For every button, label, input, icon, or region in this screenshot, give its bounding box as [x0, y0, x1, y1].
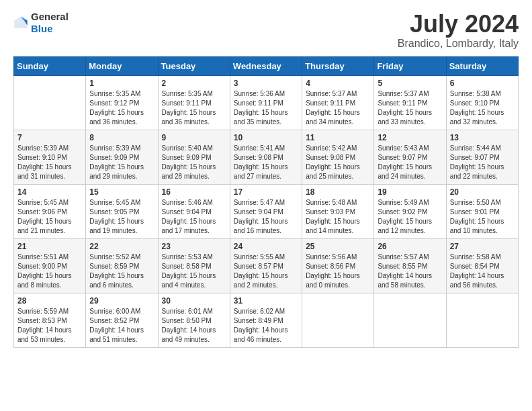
calendar-cell: 17Sunrise: 5:47 AMSunset: 9:04 PMDayligh…	[230, 184, 302, 238]
day-info: Sunrise: 5:37 AMSunset: 9:11 PMDaylight:…	[378, 89, 442, 127]
day-info: Sunrise: 5:42 AMSunset: 9:08 PMDaylight:…	[306, 144, 370, 181]
day-number: 17	[234, 187, 298, 197]
weekday-header: Friday	[374, 56, 446, 75]
day-number: 5	[378, 79, 442, 88]
day-number: 15	[89, 187, 154, 197]
calendar-week-row: 14Sunrise: 5:45 AMSunset: 9:06 PMDayligh…	[14, 184, 519, 238]
day-number: 26	[378, 242, 442, 251]
calendar-cell: 9Sunrise: 5:40 AMSunset: 9:09 PMDaylight…	[158, 130, 230, 184]
calendar-cell: 19Sunrise: 5:49 AMSunset: 9:02 PMDayligh…	[374, 184, 446, 238]
weekday-header: Monday	[86, 56, 158, 75]
calendar-body: 1Sunrise: 5:35 AMSunset: 9:12 PMDaylight…	[14, 75, 519, 347]
weekday-header: Thursday	[302, 56, 374, 75]
day-number: 18	[306, 187, 370, 197]
day-number: 25	[306, 242, 370, 251]
title-block: July 2024 Brandico, Lombardy, Italy	[398, 11, 519, 50]
day-info: Sunrise: 5:44 AMSunset: 9:07 PMDaylight:…	[450, 144, 515, 181]
day-number: 28	[17, 296, 82, 306]
day-info: Sunrise: 5:35 AMSunset: 9:12 PMDaylight:…	[89, 89, 154, 127]
logo-icon	[13, 15, 28, 30]
calendar-cell: 11Sunrise: 5:42 AMSunset: 9:08 PMDayligh…	[302, 130, 374, 184]
day-info: Sunrise: 5:46 AMSunset: 9:04 PMDaylight:…	[162, 198, 226, 236]
day-info: Sunrise: 5:45 AMSunset: 9:06 PMDaylight:…	[17, 198, 82, 236]
day-number: 3	[234, 79, 298, 88]
calendar-cell: 15Sunrise: 5:45 AMSunset: 9:05 PMDayligh…	[86, 184, 158, 238]
day-info: Sunrise: 5:55 AMSunset: 8:57 PMDaylight:…	[234, 253, 298, 290]
calendar-cell: 18Sunrise: 5:48 AMSunset: 9:03 PMDayligh…	[302, 184, 374, 238]
day-info: Sunrise: 5:48 AMSunset: 9:03 PMDaylight:…	[306, 198, 370, 236]
day-number: 31	[234, 296, 298, 306]
day-info: Sunrise: 5:47 AMSunset: 9:04 PMDaylight:…	[234, 198, 298, 236]
day-info: Sunrise: 5:57 AMSunset: 8:55 PMDaylight:…	[378, 253, 442, 290]
weekday-row: SundayMondayTuesdayWednesdayThursdayFrid…	[14, 56, 519, 75]
day-number: 27	[450, 242, 515, 251]
calendar-cell: 26Sunrise: 5:57 AMSunset: 8:55 PMDayligh…	[374, 238, 446, 293]
calendar-cell: 21Sunrise: 5:51 AMSunset: 9:00 PMDayligh…	[14, 238, 86, 293]
calendar-cell: 4Sunrise: 5:37 AMSunset: 9:11 PMDaylight…	[302, 75, 374, 130]
day-info: Sunrise: 6:01 AMSunset: 8:50 PMDaylight:…	[162, 307, 226, 345]
day-info: Sunrise: 5:56 AMSunset: 8:56 PMDaylight:…	[306, 253, 370, 290]
day-number: 16	[162, 187, 226, 197]
day-number: 11	[306, 133, 370, 142]
location-title: Brandico, Lombardy, Italy	[398, 38, 519, 50]
calendar-week-row: 21Sunrise: 5:51 AMSunset: 9:00 PMDayligh…	[14, 238, 519, 293]
weekday-header: Tuesday	[158, 56, 230, 75]
day-info: Sunrise: 5:51 AMSunset: 9:00 PMDaylight:…	[17, 253, 82, 290]
logo-text: General Blue	[31, 11, 69, 35]
day-number: 10	[234, 133, 298, 142]
calendar-cell: 30Sunrise: 6:01 AMSunset: 8:50 PMDayligh…	[158, 293, 230, 347]
day-number: 14	[17, 187, 82, 197]
calendar-cell: 6Sunrise: 5:38 AMSunset: 9:10 PMDaylight…	[446, 75, 518, 130]
day-info: Sunrise: 5:35 AMSunset: 9:11 PMDaylight:…	[162, 89, 226, 127]
day-number: 4	[306, 79, 370, 88]
calendar-cell: 29Sunrise: 6:00 AMSunset: 8:52 PMDayligh…	[86, 293, 158, 347]
day-info: Sunrise: 5:45 AMSunset: 9:05 PMDaylight:…	[89, 198, 154, 236]
calendar-cell: 14Sunrise: 5:45 AMSunset: 9:06 PMDayligh…	[14, 184, 86, 238]
day-number: 8	[89, 133, 154, 142]
day-number: 2	[162, 79, 226, 88]
calendar-cell: 5Sunrise: 5:37 AMSunset: 9:11 PMDaylight…	[374, 75, 446, 130]
calendar-cell: 25Sunrise: 5:56 AMSunset: 8:56 PMDayligh…	[302, 238, 374, 293]
calendar-cell	[446, 293, 518, 347]
day-info: Sunrise: 5:58 AMSunset: 8:54 PMDaylight:…	[450, 253, 515, 290]
calendar-cell: 23Sunrise: 5:53 AMSunset: 8:58 PMDayligh…	[158, 238, 230, 293]
calendar-cell: 12Sunrise: 5:43 AMSunset: 9:07 PMDayligh…	[374, 130, 446, 184]
day-info: Sunrise: 5:52 AMSunset: 8:59 PMDaylight:…	[89, 253, 154, 290]
logo: General Blue	[13, 11, 69, 35]
calendar-cell: 8Sunrise: 5:39 AMSunset: 9:09 PMDaylight…	[86, 130, 158, 184]
day-number: 22	[89, 242, 154, 251]
day-number: 29	[89, 296, 154, 306]
day-number: 21	[17, 242, 82, 251]
day-info: Sunrise: 6:00 AMSunset: 8:52 PMDaylight:…	[89, 307, 154, 345]
day-number: 13	[450, 133, 515, 142]
header: General Blue July 2024 Brandico, Lombard…	[13, 11, 519, 50]
day-number: 24	[234, 242, 298, 251]
calendar-cell	[14, 75, 86, 130]
day-info: Sunrise: 5:37 AMSunset: 9:11 PMDaylight:…	[306, 89, 370, 127]
calendar-header: SundayMondayTuesdayWednesdayThursdayFrid…	[14, 56, 519, 75]
page: General Blue July 2024 Brandico, Lombard…	[0, 0, 532, 411]
calendar-cell: 24Sunrise: 5:55 AMSunset: 8:57 PMDayligh…	[230, 238, 302, 293]
day-number: 9	[162, 133, 226, 142]
calendar-cell: 13Sunrise: 5:44 AMSunset: 9:07 PMDayligh…	[446, 130, 518, 184]
day-info: Sunrise: 5:50 AMSunset: 9:01 PMDaylight:…	[450, 198, 515, 236]
day-info: Sunrise: 5:53 AMSunset: 8:58 PMDaylight:…	[162, 253, 226, 290]
calendar-cell	[302, 293, 374, 347]
weekday-header: Wednesday	[230, 56, 302, 75]
calendar-cell: 31Sunrise: 6:02 AMSunset: 8:49 PMDayligh…	[230, 293, 302, 347]
calendar-cell: 27Sunrise: 5:58 AMSunset: 8:54 PMDayligh…	[446, 238, 518, 293]
day-number: 7	[17, 133, 82, 142]
day-info: Sunrise: 5:59 AMSunset: 8:53 PMDaylight:…	[17, 307, 82, 345]
day-number: 12	[378, 133, 442, 142]
day-number: 1	[89, 79, 154, 88]
calendar-cell: 7Sunrise: 5:39 AMSunset: 9:10 PMDaylight…	[14, 130, 86, 184]
day-info: Sunrise: 5:49 AMSunset: 9:02 PMDaylight:…	[378, 198, 442, 236]
day-number: 6	[450, 79, 515, 88]
calendar-cell: 3Sunrise: 5:36 AMSunset: 9:11 PMDaylight…	[230, 75, 302, 130]
calendar-cell: 10Sunrise: 5:41 AMSunset: 9:08 PMDayligh…	[230, 130, 302, 184]
day-info: Sunrise: 6:02 AMSunset: 8:49 PMDaylight:…	[234, 307, 298, 345]
calendar-cell: 1Sunrise: 5:35 AMSunset: 9:12 PMDaylight…	[86, 75, 158, 130]
calendar-cell: 16Sunrise: 5:46 AMSunset: 9:04 PMDayligh…	[158, 184, 230, 238]
calendar-week-row: 7Sunrise: 5:39 AMSunset: 9:10 PMDaylight…	[14, 130, 519, 184]
calendar-cell	[374, 293, 446, 347]
